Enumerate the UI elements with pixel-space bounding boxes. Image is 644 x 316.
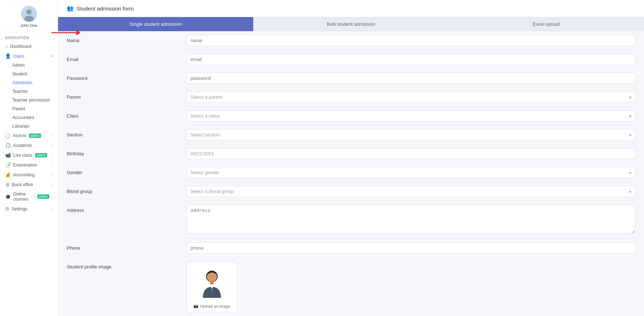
label-nama: Nama (67, 35, 186, 43)
chevron-down-icon: ▾ (51, 54, 53, 58)
wrap-blood-group: Select a blood group (186, 186, 635, 197)
wrap-profile-image: 📷 Upload an image (186, 261, 635, 312)
tab-single-student[interactable]: Single student admission (58, 17, 253, 31)
chevron-right-icon5: › (52, 173, 53, 177)
sidebar-item-settings[interactable]: ⚙ Settings › (0, 204, 58, 214)
wrap-email (186, 54, 635, 65)
online-courses-icon: 🎓 (5, 194, 11, 200)
sidebar-subitem-student[interactable]: Student (0, 70, 58, 78)
wrap-birthday (186, 148, 635, 159)
camera-icon: 📷 (193, 304, 198, 308)
sidebar-subitem-teacher[interactable]: Teacher (0, 87, 58, 96)
page-header: 👥 Student admission form (58, 0, 644, 17)
chevron-right-icon3: › (52, 153, 53, 157)
label-blood-group: Blood group (67, 186, 186, 194)
page-header-icon: 👥 (67, 5, 74, 12)
users-icon: 👤 (5, 53, 11, 59)
page-title: Student admission form (77, 5, 134, 12)
sidebar-subitem-accountant[interactable]: Accountant (0, 113, 58, 122)
sidebar-item-examination-label: Examination (13, 163, 37, 168)
sidebar-item-live-class[interactable]: 📹 Live class addon › (0, 150, 58, 160)
accounting-icon: 💰 (5, 172, 11, 177)
label-password: Password (67, 73, 186, 81)
label-profile-image: Student profile image (67, 261, 186, 270)
sidebar-item-accounting-label: Accounting (13, 172, 34, 177)
form-row-phone: Phone (67, 239, 635, 258)
input-email[interactable] (186, 54, 635, 65)
sidebar-subitem-parent[interactable]: Parent (0, 104, 58, 113)
admission-form: Nama Email Password Parent Select a par (58, 31, 644, 316)
select-blood-group[interactable]: Select a blood group (186, 186, 635, 197)
wrap-phone (186, 242, 635, 254)
input-phone[interactable] (186, 242, 635, 254)
chevron-right-icon4: › (52, 163, 53, 167)
chevron-right-icon: › (52, 134, 53, 138)
sidebar-subitem-admin[interactable]: Admin (0, 61, 58, 70)
academic-icon: 📋 (5, 143, 11, 148)
sidebar-item-academic-label: Academic (13, 143, 32, 148)
input-birthday[interactable] (186, 148, 635, 159)
label-address: Address (67, 205, 186, 213)
label-birthday: Birthday (67, 148, 186, 156)
sidebar-item-dashboard[interactable]: ⌂ Dashboard (0, 41, 58, 51)
tab-excel-upload[interactable]: Excel upload (449, 17, 644, 31)
avatar (21, 6, 37, 22)
sidebar-item-examination[interactable]: 📝 Examination › (0, 160, 58, 170)
nav-section-label: NAVIGATION (0, 32, 58, 41)
sidebar-item-dashboard-label: Dashboard (10, 44, 32, 49)
live-class-icon: 📹 (5, 152, 11, 158)
sidebar-item-online-courses-label: Online courses (13, 192, 34, 202)
sidebar-item-settings-label: Settings (12, 206, 27, 212)
live-class-badge: addon (35, 153, 47, 157)
wrap-class: Select a class (186, 110, 635, 122)
sidebar-subitem-admission[interactable]: Admission (0, 78, 58, 87)
select-gender[interactable]: Select gender (186, 167, 635, 178)
chevron-right-icon2: › (52, 143, 53, 147)
upload-image-label[interactable]: 📷 Upload an image (193, 304, 230, 308)
wrap-password (186, 73, 635, 84)
label-email: Email (67, 54, 186, 62)
alumni-icon: ◯ (5, 133, 11, 138)
form-row-email: Email (67, 50, 635, 69)
sidebar-item-live-class-label: Live class (13, 153, 32, 158)
profile-placeholder (194, 265, 230, 301)
sidebar-item-users[interactable]: 👤 Users ▾ (0, 51, 58, 61)
wrap-parent: Select a parent (186, 91, 635, 103)
svg-rect-7 (210, 282, 214, 284)
sidebar-item-alumni-label: Alumni (13, 133, 26, 138)
chevron-right-icon6: › (52, 182, 53, 186)
upload-label-text: Upload an image (200, 304, 230, 308)
sidebar-item-academic[interactable]: 📋 Academic › (0, 140, 58, 150)
settings-icon: ⚙ (5, 206, 9, 212)
user-profile: John Doe (0, 0, 58, 32)
form-row-class: Class Select a class (67, 107, 635, 126)
select-class[interactable]: Select a class (186, 110, 635, 122)
back-office-icon: 🖥 (5, 182, 10, 187)
form-row-section: Section Select section (67, 126, 635, 144)
select-parent[interactable]: Select a parent (186, 91, 635, 103)
sidebar-item-back-office-label: Back office (12, 182, 33, 187)
username-label: John Doe (20, 23, 37, 28)
sidebar-item-alumni[interactable]: ◯ Alumni addon › (0, 131, 58, 140)
svg-point-3 (26, 9, 32, 15)
textarea-address[interactable] (186, 205, 635, 234)
main-content: 👥 Student admission form Single student … (58, 0, 644, 316)
sidebar-subitem-librarian[interactable]: Librarian (0, 122, 58, 131)
input-nama[interactable] (186, 35, 635, 46)
tab-bulk-student[interactable]: Bulk student admission (253, 17, 448, 31)
chevron-right-icon8: › (52, 207, 53, 211)
form-row-birthday: Birthday (67, 144, 635, 163)
sidebar-subitem-teacher-permission[interactable]: Teacher permission (0, 96, 58, 104)
input-password[interactable] (186, 73, 635, 84)
sidebar-item-online-courses[interactable]: 🎓 Online courses addon › (0, 189, 58, 204)
sidebar-item-accounting[interactable]: 💰 Accounting › (0, 170, 58, 180)
examination-icon: 📝 (5, 162, 11, 168)
label-parent: Parent (67, 91, 186, 100)
form-row-blood-group: Blood group Select a blood group (67, 182, 635, 201)
sidebar-item-users-label: Users (13, 54, 24, 59)
select-section[interactable]: Select section (186, 129, 635, 140)
form-row-address: Address (67, 201, 635, 239)
label-gender: Gender (67, 167, 186, 175)
sidebar-item-back-office[interactable]: 🖥 Back office › (0, 180, 58, 189)
wrap-section: Select section (186, 129, 635, 140)
